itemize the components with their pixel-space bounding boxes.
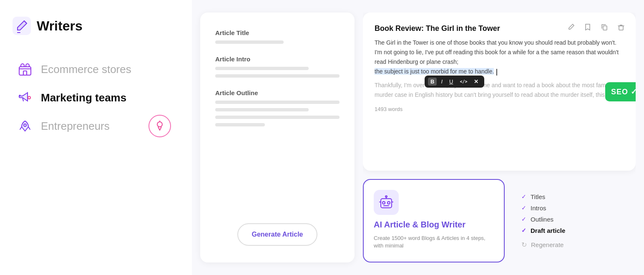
intro-label: Article Intro	[215, 56, 340, 63]
code-button[interactable]: </>	[457, 78, 470, 85]
article-body: The Girl in the Tower is one of those bo…	[375, 38, 624, 76]
svg-point-5	[157, 122, 162, 127]
article-card: Book Review: The Girl in the Tower The G…	[363, 13, 636, 171]
format-toolbar: B I U </> ✕	[425, 76, 484, 88]
sidebar-title: Writers	[37, 18, 83, 34]
checklist-intros: Intros	[531, 204, 546, 212]
sidebar-item-entrepreneurs[interactable]: Entrepreneurs	[13, 112, 179, 140]
title-line	[215, 40, 284, 44]
article-second-para: Thankfully, I'm over that. So, if you're…	[375, 81, 624, 100]
checklist-item-draft: ✓ Draft article	[521, 227, 627, 234]
ai-robot-icon	[378, 194, 394, 210]
generate-article-button[interactable]: Generate Article	[237, 223, 317, 246]
ai-writer-title: AI Article & Blog Writer	[374, 220, 494, 230]
ai-writer-card: AI Article & Blog Writer Create 1500+ wo…	[363, 179, 505, 262]
checklist-item-outlines: ✓ Outlines	[521, 216, 627, 223]
bottom-row: AI Article & Blog Writer Create 1500+ wo…	[363, 179, 636, 262]
svg-rect-7	[603, 26, 607, 30]
delete-icon[interactable]	[616, 22, 626, 33]
svg-point-10	[382, 202, 385, 204]
checklist-item-titles: ✓ Titles	[521, 193, 627, 200]
check-intros-icon: ✓	[521, 204, 526, 211]
outline-label: Article Outline	[215, 89, 340, 96]
seo-badge: SEO ✓	[605, 82, 636, 101]
edit-icon[interactable]	[566, 22, 576, 33]
article-toolbar	[566, 22, 626, 33]
underline-button[interactable]: U	[447, 78, 455, 86]
checklist-item-intros: ✓ Intros	[521, 204, 627, 212]
checklist-draft: Draft article	[531, 227, 565, 234]
check-titles-icon: ✓	[521, 193, 526, 200]
close-format-button[interactable]: ✕	[471, 78, 481, 86]
article-body-text2: Hindenburg or plane crash;	[388, 58, 458, 65]
title-field: Article Title	[215, 29, 340, 44]
right-panels: Book Review: The Girl in the Tower The G…	[363, 13, 636, 262]
bold-button[interactable]: B	[428, 78, 437, 86]
rocket-icon	[17, 118, 33, 134]
ai-writer-subtitle: Create 1500+ word Blogs & Articles in 4 …	[374, 235, 494, 250]
regenerate-label: Regenerate	[531, 241, 564, 248]
svg-point-11	[387, 202, 390, 204]
intro-field: Article Intro	[215, 56, 340, 78]
article-form-panel: Article Title Article Intro Article Outl…	[200, 13, 355, 262]
ecommerce-label: Ecommerce stores	[41, 63, 131, 76]
intro-line1	[215, 67, 309, 70]
marketing-label: Marketing teams	[41, 91, 126, 104]
outline-field: Article Outline	[215, 89, 340, 126]
sidebar-logo: Writers	[13, 17, 179, 35]
check-outlines-icon: ✓	[521, 216, 526, 222]
store-icon	[17, 61, 33, 78]
checklist-outlines: Outlines	[531, 216, 553, 223]
outline-lines	[215, 101, 340, 126]
svg-point-3	[28, 96, 30, 99]
bookmark-icon[interactable]	[582, 22, 593, 33]
svg-rect-8	[619, 26, 623, 30]
word-count: 1493 words	[375, 106, 624, 112]
check-draft-icon: ✓	[521, 227, 526, 234]
copy-icon[interactable]	[599, 22, 610, 33]
ai-writer-icon-wrap	[374, 190, 399, 215]
sidebar: Writers Ecommerce stores Marketing teams	[0, 0, 192, 275]
sidebar-item-ecommerce[interactable]: Ecommerce stores	[13, 55, 179, 83]
svg-rect-2	[23, 71, 27, 75]
main-content: Article Title Article Intro Article Outl…	[192, 0, 644, 275]
checklist-titles: Titles	[531, 193, 545, 200]
intro-line2	[215, 74, 340, 78]
pen-icon	[13, 17, 31, 35]
title-label: Article Title	[215, 29, 340, 36]
regenerate-row[interactable]: ↻ Regenerate	[521, 241, 627, 249]
text-cursor	[496, 69, 497, 76]
sidebar-item-marketing[interactable]: Marketing teams	[13, 83, 179, 112]
entrepreneurs-badge	[148, 115, 171, 137]
entrepreneurs-label: Entrepreneurs	[41, 120, 110, 133]
regenerate-icon: ↻	[521, 241, 527, 249]
checklist-card: ✓ Titles ✓ Intros ✓ Outlines ✓ Draft art…	[513, 179, 636, 262]
megaphone-icon	[17, 89, 33, 106]
highlighted-text: the subject is just too morbid for me to…	[375, 68, 494, 75]
italic-button[interactable]: I	[438, 78, 445, 86]
